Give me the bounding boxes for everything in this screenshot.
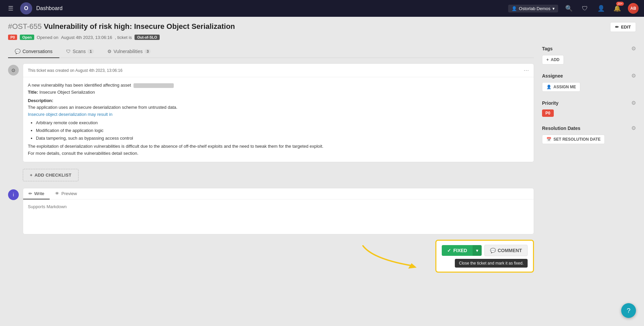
assignee-section: Assignee ⚙ 👤 ASSIGN ME [542,73,636,92]
add-tag-button[interactable]: + ADD [542,55,564,64]
org-avatar-icon: 👤 [512,6,517,11]
resolution-dates-section: Resolution Dates ⚙ 📅 SET RESOLUTION DATE [542,125,636,144]
tags-gear-icon[interactable]: ⚙ [631,45,636,52]
comment-card: This ticket was created on August 4th 20… [23,63,534,162]
scans-count: 1 [88,49,94,54]
help-icon: ? [627,307,630,315]
vulnerabilities-count: 3 [145,49,151,54]
comment-card-header: This ticket was created on August 4th 20… [23,64,534,77]
hamburger-button[interactable]: ☰ [5,3,16,14]
calendar-icon: 📅 [546,137,551,142]
dropdown-icon: ▾ [476,248,478,253]
tabs: 💬 Conversations 🛡 Scans 1 ⚙ Vulnerabilit… [8,45,534,58]
description-label: Description: [28,98,53,103]
write-tab[interactable]: ✏ Write [23,188,50,199]
user-icon: 👤 [597,5,605,12]
org-selector[interactable]: 👤 Ostorlab Demos ▾ [508,5,558,12]
comment-bullets: Arbitrary remote code execution Modifica… [36,120,529,142]
write-section: i ✏ Write 👁 Preview [8,188,534,234]
write-icon: ✏ [29,191,32,196]
more-options-icon[interactable]: ⋯ [524,67,529,74]
preview-tab[interactable]: 👁 Preview [50,188,82,199]
assignee-section-header: Assignee ⚙ [542,73,636,79]
priority-section: Priority ⚙ P0 [542,100,636,117]
page-header: #OST-655 Vulnerability of risk high: Ins… [8,22,636,32]
navbar-right: 👤 Ostorlab Demos ▾ 🔍 🛡 👤 🔔 20+ AB [508,3,639,14]
resolution-dates-title: Resolution Dates [542,126,580,131]
preview-icon: 👁 [55,191,59,196]
assignee-gear-icon[interactable]: ⚙ [631,73,636,79]
notification-badge-container: 🔔 20+ [612,3,623,14]
comment-action-icon: 💬 [490,248,496,253]
tab-vulnerabilities[interactable]: ⚙ Vulnerabilities 3 [101,45,158,58]
comment-blue-text: Insecure object deserialization may resu… [28,111,529,118]
comment-header-text: This ticket was created on August 4th 20… [28,68,122,73]
priority-section-header: Priority ⚙ [542,100,636,106]
tab-scans[interactable]: 🛡 Scans 1 [59,45,101,58]
avatar[interactable]: AB [628,3,639,14]
tags-section: Tags ⚙ + ADD [542,45,636,64]
help-button[interactable]: ? [621,303,636,318]
hamburger-icon: ☰ [8,5,13,12]
search-button[interactable]: 🔍 [564,3,574,14]
edit-button[interactable]: ✏ EDIT [610,22,636,32]
fixed-label: FIXED [453,248,467,253]
assign-me-button[interactable]: 👤 ASSIGN ME [542,82,580,92]
comment-title-line: Title: Insecure Object Serialization [28,89,529,96]
comment-avatar: ⊙ [8,65,19,76]
add-checklist-container: + ADD CHECKLIST [8,169,534,181]
add-checklist-label: ADD CHECKLIST [35,173,71,178]
set-resolution-label: SET RESOLUTION DATE [553,137,600,142]
priority-value-badge: P0 [542,109,554,117]
fixed-btn-group: ✓ FIXED ▾ [442,245,481,256]
action-btns-row: ✓ FIXED ▾ 💬 COMMENT [442,245,528,256]
vulnerabilities-label: Vulnerabilities [114,49,143,54]
tab-conversations[interactable]: 💬 Conversations [8,45,59,58]
action-highlight-box: ✓ FIXED ▾ 💬 COMMENT Close the tick [435,240,534,273]
add-checklist-button[interactable]: + ADD CHECKLIST [23,169,78,181]
comment-intro: A new vulnerability has been identified … [28,82,529,89]
slo-badge: Out-of-SLO [135,35,160,40]
assign-me-label: ASSIGN ME [553,85,576,89]
set-resolution-button[interactable]: 📅 SET RESOLUTION DATE [542,135,605,144]
markdown-textarea[interactable] [23,199,534,233]
assignee-title: Assignee [542,73,563,79]
scans-icon: 🛡 [66,49,71,54]
vulnerabilities-icon: ⚙ [107,49,112,54]
write-avatar: i [8,189,19,200]
comment-action-button[interactable]: 💬 COMMENT [484,245,528,256]
search-icon: 🔍 [565,5,573,12]
action-area: ✓ FIXED ▾ 💬 COMMENT Close the tick [8,240,534,273]
fixed-dropdown-button[interactable]: ▾ [473,245,482,256]
preview-tab-label: Preview [61,191,77,196]
tooltip: Close the ticket and mark it as fixed. [455,259,528,268]
conversations-icon: 💬 [15,49,20,54]
list-item: Arbitrary remote code execution [36,120,529,127]
navbar-title: Dashboard [36,5,62,11]
tags-section-header: Tags ⚙ [542,45,636,52]
tags-title: Tags [542,46,553,51]
opened-date: August 4th 2023, 13:06:16 [61,35,112,40]
edit-label: EDIT [621,25,631,30]
shield-button[interactable]: 🛡 [580,3,590,14]
ticket-id: #OST-655 [8,22,42,31]
opened-text: Opened on [37,35,58,40]
annotation-arrow [353,239,427,273]
fixed-button[interactable]: ✓ FIXED [442,245,472,256]
resolution-dates-header: Resolution Dates ⚙ [542,125,636,131]
resolution-dates-gear-icon[interactable]: ⚙ [631,125,636,131]
comment-closing-2: For more details, consult the vulnerabil… [28,150,529,157]
priority-gear-icon[interactable]: ⚙ [631,100,636,106]
comment-closing-1: The exploitation of deserialization vuln… [28,143,529,150]
title-label: Title: [28,90,38,95]
navbar: ☰ O Dashboard 👤 Ostorlab Demos ▾ 🔍 🛡 👤 🔔… [0,0,644,17]
user-button[interactable]: 👤 [596,3,606,14]
navbar-left: ☰ O Dashboard [5,2,62,14]
write-tabs: ✏ Write 👁 Preview [23,188,534,199]
edit-icon: ✏ [615,25,619,30]
status-bar: P0 Open Opened on August 4th 2023, 13:06… [8,35,636,40]
ticket-is-text: , ticket is [115,35,132,40]
conversations-label: Conversations [22,49,53,54]
ticket-main-title: Vulnerability of risk high: Insecure Obj… [44,22,235,31]
comment-desc-label: Description: [28,97,529,104]
